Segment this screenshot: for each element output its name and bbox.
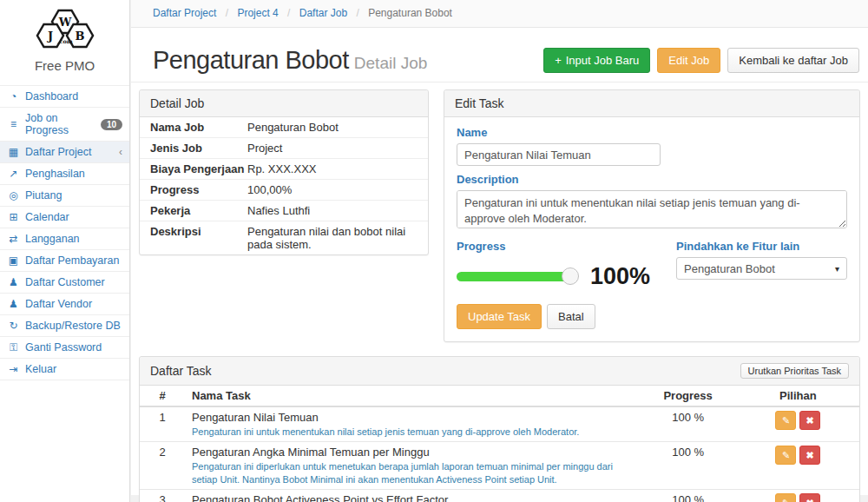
progress-slider-handle[interactable]	[562, 268, 579, 285]
sidebar-item-label: Job on Progress	[25, 112, 95, 136]
sidebar-item-keluar[interactable]: ⇥ Keluar	[0, 359, 129, 380]
sidebar-item-backup-restore[interactable]: ↻ Backup/Restore DB	[0, 315, 129, 337]
edit-task-icon-button[interactable]: ✎	[775, 411, 796, 430]
urutkan-prioritas-button-top[interactable]: Urutkan Prioritas Task	[740, 363, 849, 379]
kembali-button[interactable]: Kembali ke daftar Job	[727, 48, 859, 73]
task-name: Pengaturan Nilai Temuan	[192, 411, 633, 424]
update-task-button[interactable]: Update Task	[457, 304, 542, 329]
page-title-block: Pengaturan BobotDetail Job	[153, 46, 427, 75]
page-title: Pengaturan Bobot	[153, 46, 349, 74]
breadcrumb-current: Pengaturan Bobot	[368, 7, 452, 19]
move-feature-select[interactable]: Pengaturan Bobot ▾	[676, 257, 847, 280]
task-progress: 100 %	[640, 489, 737, 502]
column-header-num: #	[140, 386, 185, 406]
task-progress: 100 %	[640, 442, 737, 490]
page-subtitle: Detail Job	[354, 54, 428, 72]
sidebar-item-daftar-pembayaran[interactable]: ▣ Daftar Pembayaran	[0, 250, 129, 272]
progress-percent-text: 100%	[590, 263, 650, 290]
detail-job-panel: Detail Job Nama Job Pengaturan Bobot Jen…	[139, 89, 429, 255]
description-label: Description	[457, 173, 847, 186]
task-description: Pengaturan ini diperlukan untuk menetuka…	[192, 460, 633, 485]
sidebar-item-label: Piutang	[25, 189, 62, 201]
money-icon: ▣	[7, 254, 20, 267]
task-num: 3	[140, 489, 185, 502]
delete-task-icon-button[interactable]: ✖	[799, 493, 820, 502]
sidebar-item-label: Ganti Password	[25, 341, 102, 353]
users-icon: ♟	[7, 298, 20, 310]
detail-row-deskripsi: Deskripsi Pengaturan nilai dan bobot nil…	[140, 221, 428, 254]
logo-letter-w: W	[57, 16, 71, 29]
detail-row-biaya: Biaya Pengerjaan Rp. XXX.XXX	[140, 159, 428, 180]
detail-label: Jenis Job	[150, 142, 247, 155]
task-progress: 100 %	[640, 406, 737, 442]
sidebar-item-label: Keluar	[25, 363, 56, 375]
sidebar-item-daftar-project[interactable]: ▦ Daftar Project ‹	[0, 142, 129, 163]
detail-job-panel-title: Detail Job	[140, 90, 428, 117]
sidebar-item-daftar-vendor[interactable]: ♟ Daftar Vendor	[0, 294, 129, 315]
delete-task-icon-button[interactable]: ✖	[799, 446, 820, 465]
pencil-icon: ✎	[782, 450, 790, 460]
content-area: Detail Job Nama Job Pengaturan Bobot Jen…	[131, 83, 868, 502]
table-row: 3 Pengaturan Bobot Activeness Point vs E…	[140, 489, 859, 502]
table-row: 1 Pengaturan Nilai Temuan Pengaturan ini…	[140, 406, 859, 442]
breadcrumb-project-4[interactable]: Project 4	[237, 7, 278, 19]
sidebar-item-label: Daftar Customer	[25, 276, 105, 288]
detail-row-progress: Progress 100,00%	[140, 180, 428, 201]
detail-value: Rp. XXX.XXX	[247, 162, 418, 175]
detail-value: Pengaturan Bobot	[247, 121, 418, 134]
edit-task-panel-title: Edit Task	[444, 90, 859, 117]
detail-value: Nafies Luthfi	[247, 204, 418, 217]
sidebar-item-label: Langganan	[25, 233, 80, 245]
move-feature-label: Pindahkan ke Fitur lain	[676, 240, 847, 253]
breadcrumb-daftar-project[interactable]: Daftar Project	[153, 7, 216, 19]
sidebar-item-langganan[interactable]: ⇄ Langganan	[0, 228, 129, 250]
chevron-down-icon: ▾	[835, 264, 839, 274]
progress-slider[interactable]	[457, 272, 571, 281]
progress-slider-fill	[457, 272, 571, 281]
task-name: Pengaturan Angka Minimal Temuan per Ming…	[192, 446, 633, 459]
delete-task-icon-button[interactable]: ✖	[799, 411, 820, 430]
dashboard-icon: ◔	[7, 90, 20, 102]
main-content: Daftar Project / Project 4 / Daftar Job …	[131, 0, 868, 495]
breadcrumb-daftar-job[interactable]: Daftar Job	[299, 7, 347, 19]
sidebar-item-dashboard[interactable]: ◔ Dashboard	[0, 86, 129, 108]
task-name-input[interactable]	[457, 143, 661, 166]
edit-task-icon-button[interactable]: ✎	[775, 493, 796, 502]
sidebar-item-piutang[interactable]: ◎ Piutang	[0, 185, 129, 207]
edit-job-button[interactable]: Edit Job	[657, 48, 720, 73]
jwb-logo[interactable]: W J B .com Free PMO	[0, 0, 129, 78]
detail-value: Project	[247, 142, 418, 155]
sidebar-item-daftar-customer[interactable]: ♟ Daftar Customer	[0, 272, 129, 294]
input-job-baru-button[interactable]: + Input Job Baru	[543, 48, 650, 73]
task-description-textarea[interactable]: Pengaturan ini untuk menentukan nilai se…	[457, 190, 847, 228]
sidebar-item-ganti-password[interactable]: ⚿ Ganti Password	[0, 337, 129, 359]
detail-label: Pekerja	[150, 204, 247, 217]
page-header: Pengaturan BobotDetail Job + Input Job B…	[131, 28, 868, 83]
sidebar-item-penghasilan[interactable]: ↗ Penghasilan	[0, 163, 129, 185]
task-description: Pengaturan ini untuk menentukan nilai se…	[192, 426, 633, 438]
logo-letter-b: B	[75, 30, 84, 43]
pencil-icon: ✎	[782, 415, 790, 426]
sign-out-icon: ⇥	[7, 363, 20, 375]
breadcrumb-separator: /	[356, 7, 358, 19]
detail-row-nama-job: Nama Job Pengaturan Bobot	[140, 117, 428, 138]
progress-label: Progress	[457, 240, 667, 253]
x-icon: ✖	[806, 450, 814, 460]
detail-value: 100,00%	[247, 183, 418, 196]
calendar-icon: ⊞	[7, 211, 20, 223]
x-icon: ✖	[806, 498, 814, 502]
sidebar-item-calendar[interactable]: ⊞ Calendar	[0, 207, 129, 228]
chart-line-icon: ↗	[7, 168, 20, 180]
detail-value: Pengaturan nilai dan bobot nilai pada si…	[247, 225, 418, 251]
x-icon: ✖	[806, 415, 814, 426]
breadcrumb-separator: /	[287, 7, 290, 19]
batal-button[interactable]: Batal	[547, 304, 595, 329]
sidebar-item-job-on-progress[interactable]: ≡ Job on Progress 10	[0, 108, 129, 142]
pencil-icon: ✎	[782, 498, 790, 502]
edit-task-panel: Edit Task Name Description Pengaturan in…	[444, 89, 860, 342]
sidebar-menu: ◔ Dashboard ≡ Job on Progress 10 ▦ Dafta…	[0, 85, 129, 380]
name-label: Name	[457, 126, 847, 139]
breadcrumb-separator: /	[226, 7, 228, 19]
edit-task-icon-button[interactable]: ✎	[775, 446, 796, 465]
sidebar-item-label: Calendar	[25, 211, 69, 223]
